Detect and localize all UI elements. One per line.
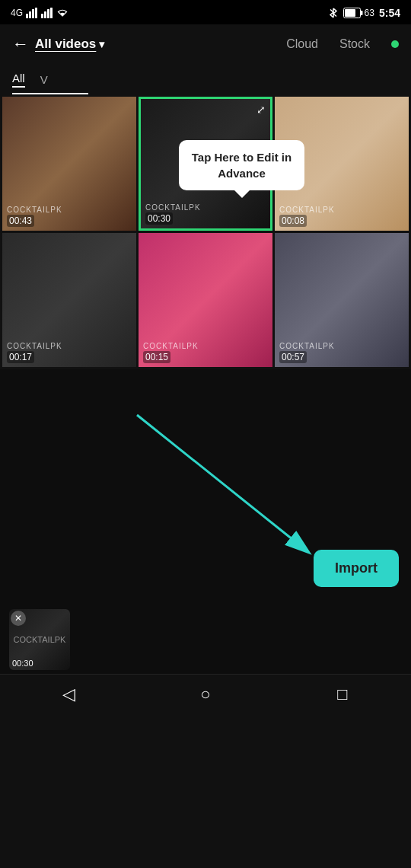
duration-1: 00:43 (7, 215, 34, 227)
brand-label-2: COCKTAILPK (145, 203, 201, 212)
video-grid: COCKTAILPK 00:43 COCKTAILPK 1 ⤢ 00:30 CO… (0, 94, 411, 369)
brand-label-3: COCKTAILPK (279, 206, 335, 214)
tooltip-box: Tap Here to Edit in Advance (179, 140, 304, 190)
battery-shape (343, 8, 363, 18)
thumb-bg-6: COCKTAILPK (275, 233, 409, 367)
duration-6: 00:57 (279, 351, 307, 363)
duration-5: 00:15 (143, 351, 170, 363)
filter-all[interactable]: All (12, 72, 25, 88)
thumb-bg-4: COCKTAILPK (2, 233, 136, 367)
dropdown-arrow-icon[interactable]: ▾ (99, 38, 104, 50)
svg-line-12 (137, 415, 308, 552)
video-thumb-4[interactable]: COCKTAILPK 00:17 (2, 233, 136, 367)
filter-v[interactable]: V (40, 73, 48, 86)
tab-stock[interactable]: Stock (339, 34, 370, 54)
brand-label-4: COCKTAILPK (7, 342, 62, 350)
status-bar: 4G 63 5:54 (0, 0, 411, 24)
nav-tabs: Cloud Stock (286, 34, 399, 54)
tab-cloud[interactable]: Cloud (286, 34, 318, 54)
time-text: 5:54 (379, 7, 400, 19)
recent-nav-button[interactable]: □ (326, 678, 359, 711)
video-thumb-1[interactable]: COCKTAILPK 00:43 (2, 97, 136, 231)
battery-icon: 63 (343, 8, 374, 18)
battery-text: 63 (365, 8, 374, 18)
selected-brand-text: COCKTAILPK (14, 635, 66, 644)
selected-thumb-item: COCKTAILPK ✕ 00:30 (9, 609, 70, 670)
svg-rect-10 (360, 11, 362, 15)
status-right: 63 5:54 (328, 7, 400, 19)
duration-4: 00:17 (7, 351, 34, 363)
svg-rect-0 (26, 14, 28, 18)
svg-rect-1 (29, 11, 31, 18)
status-left: 4G (11, 8, 68, 18)
online-dot (391, 40, 399, 48)
nav-title-group: All videos ▾ (35, 37, 104, 52)
brand-label-6: COCKTAILPK (279, 342, 335, 350)
brand-label-1: COCKTAILPK (7, 206, 62, 214)
import-button[interactable]: Import (314, 550, 399, 587)
duration-2: 00:30 (145, 212, 173, 225)
expand-icon[interactable]: ⤢ (256, 104, 266, 116)
svg-rect-7 (50, 8, 53, 18)
back-nav-button[interactable]: ◁ (52, 678, 85, 711)
home-nav-button[interactable]: ○ (189, 678, 222, 711)
svg-rect-3 (35, 8, 37, 18)
empty-area: Import (0, 369, 411, 605)
signal-icon2 (41, 8, 53, 18)
page-title: All videos (35, 37, 96, 52)
active-tab-underline (12, 93, 88, 94)
bottom-selected-strip: COCKTAILPK ✕ 00:30 (0, 605, 411, 674)
duration-3: 00:08 (279, 215, 307, 227)
signal-text: 4G (11, 8, 23, 18)
video-thumb-6[interactable]: COCKTAILPK 00:57 (275, 233, 409, 367)
back-button[interactable]: ← (12, 34, 29, 54)
svg-rect-4 (41, 14, 43, 18)
bluetooth-icon (328, 8, 339, 18)
remove-selected-button[interactable]: ✕ (11, 611, 26, 626)
svg-rect-6 (47, 9, 49, 18)
filter-bar: All V Tap Here to Edit in Advance (0, 64, 411, 94)
video-thumb-5[interactable]: COCKTAILPK 00:15 (139, 233, 272, 367)
tooltip-container: Tap Here to Edit in Advance (179, 140, 304, 190)
signal-icon (26, 8, 38, 18)
bottom-navigation: ◁ ○ □ (0, 674, 411, 713)
svg-rect-5 (44, 11, 46, 18)
svg-rect-9 (345, 9, 355, 17)
tooltip-text: Tap Here to Edit in Advance (192, 151, 292, 180)
top-nav: ← All videos ▾ Cloud Stock (0, 24, 411, 64)
selected-duration: 00:30 (12, 659, 33, 668)
svg-rect-2 (32, 9, 34, 18)
brand-label-5: COCKTAILPK (143, 342, 199, 350)
thumb-bg-1: COCKTAILPK (2, 97, 136, 231)
thumb-bg-5: COCKTAILPK (139, 233, 272, 367)
wifi-icon (56, 8, 68, 18)
